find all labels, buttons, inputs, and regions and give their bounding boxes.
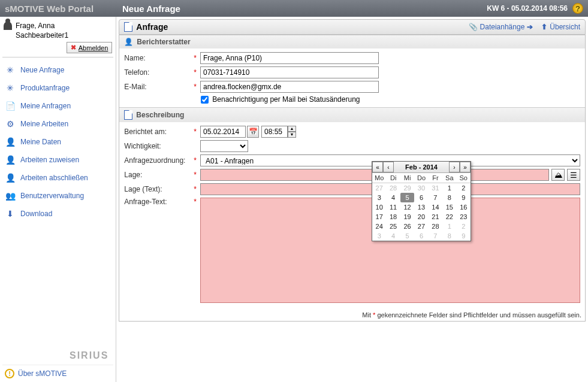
description-section-header: Beschreibung: [119, 108, 585, 122]
arrow-up-icon: ⬆: [541, 23, 547, 31]
dp-day[interactable]: 2: [457, 222, 471, 231]
nav-label: Meine Arbeiten: [20, 120, 68, 128]
dp-next-year-button[interactable]: »: [460, 162, 471, 172]
info-icon: !: [5, 369, 14, 378]
nav-item-2[interactable]: 📄Meine Anfragen: [2, 97, 113, 115]
dp-day[interactable]: 18: [386, 212, 400, 222]
email-label: E-Mail:: [124, 83, 190, 91]
dp-day[interactable]: 5: [400, 231, 414, 241]
overview-link[interactable]: ⬆ Übersicht: [541, 23, 580, 31]
dp-day[interactable]: 11: [386, 202, 400, 212]
new-request-icon: ✳: [5, 65, 16, 75]
dp-prev-year-button[interactable]: «: [372, 162, 383, 172]
dp-day[interactable]: 1: [442, 183, 456, 193]
dp-day[interactable]: 6: [414, 231, 428, 241]
dp-day[interactable]: 17: [372, 212, 386, 222]
name-input[interactable]: [200, 52, 379, 64]
sidebar: Frage, Anna Sachbearbeiter1 ✖ Abmelden ✳…: [0, 17, 116, 382]
dp-day[interactable]: 6: [414, 193, 428, 202]
dp-day[interactable]: 31: [429, 183, 442, 193]
nav-item-5[interactable]: 👤Arbeiten zuweisen: [2, 151, 113, 169]
dp-day[interactable]: 8: [442, 193, 456, 202]
required-marker: *: [194, 83, 197, 91]
dp-day[interactable]: 15: [442, 202, 456, 212]
dp-day[interactable]: 28: [386, 183, 400, 193]
assign-work-icon: 👤: [5, 154, 16, 165]
dp-day[interactable]: 16: [457, 202, 471, 212]
dp-day[interactable]: 2: [457, 183, 471, 193]
dp-day[interactable]: 4: [386, 231, 400, 241]
dp-day[interactable]: 29: [400, 183, 414, 193]
required-marker: *: [194, 185, 197, 193]
dp-day[interactable]: 8: [442, 231, 456, 241]
nav-label: Benutzerverwaltung: [20, 192, 84, 200]
importance-select[interactable]: [200, 140, 248, 152]
panel-title: Anfrage: [136, 22, 168, 32]
lage-list-button[interactable]: ☰: [567, 169, 580, 181]
dp-day[interactable]: 13: [414, 202, 428, 212]
dp-day[interactable]: 7: [429, 231, 442, 241]
dp-day[interactable]: 9: [457, 193, 471, 202]
nav-item-7[interactable]: 👥Benutzerverwaltung: [2, 187, 113, 205]
attachments-link[interactable]: 📎 Dateianhänge ➔: [469, 23, 533, 31]
time-down-button[interactable]: ▼: [288, 132, 296, 138]
dp-day[interactable]: 26: [400, 222, 414, 231]
dp-day[interactable]: 30: [414, 183, 428, 193]
dp-day[interactable]: 28: [429, 222, 442, 231]
arrow-right-icon: ➔: [527, 23, 533, 31]
phone-input[interactable]: [200, 66, 379, 78]
dp-day[interactable]: 12: [400, 202, 414, 212]
nav-label: Arbeiten abschließen: [20, 174, 88, 182]
dp-day[interactable]: 21: [429, 212, 442, 222]
nav-item-6[interactable]: 👤Arbeiten abschließen: [2, 169, 113, 187]
close-icon: ✖: [71, 44, 76, 51]
email-input[interactable]: [200, 81, 379, 93]
panel-header: Anfrage 📎 Dateianhänge ➔ ⬆ Übersicht: [119, 19, 586, 35]
my-data-icon: 👤: [5, 137, 16, 147]
dp-day[interactable]: 1: [442, 222, 456, 231]
dp-day[interactable]: 9: [457, 231, 471, 241]
dp-day[interactable]: 14: [429, 202, 442, 212]
nav-item-0[interactable]: ✳Neue Anfrage: [2, 61, 113, 79]
dp-day[interactable]: 3: [372, 193, 386, 202]
calendar-button[interactable]: 📅: [247, 126, 259, 138]
about-link[interactable]: ! Über sMOTIVE: [2, 365, 113, 382]
reported-date-input[interactable]: [200, 126, 246, 138]
dp-day[interactable]: 3: [372, 231, 386, 241]
dp-day[interactable]: 25: [386, 222, 400, 231]
nav-item-8[interactable]: ⬇Download: [2, 205, 113, 223]
dp-day[interactable]: 20: [414, 212, 428, 222]
reported-time-input[interactable]: [261, 126, 288, 138]
dp-day[interactable]: 10: [372, 202, 386, 212]
dp-day[interactable]: 4: [386, 193, 400, 202]
main-content: Anfrage 📎 Dateianhänge ➔ ⬆ Übersicht 👤 B…: [116, 17, 588, 382]
page-title: Neue Anfrage: [122, 4, 487, 14]
dp-day[interactable]: 24: [372, 222, 386, 231]
dp-day[interactable]: 19: [400, 212, 414, 222]
dp-next-month-button[interactable]: ›: [449, 162, 460, 172]
dp-day[interactable]: 7: [429, 193, 442, 202]
dp-dow: Do: [414, 173, 428, 183]
dp-prev-month-button[interactable]: ‹: [383, 162, 394, 172]
dp-day[interactable]: 27: [372, 183, 386, 193]
required-marker: *: [194, 171, 197, 179]
user-name: Frage, Anna: [16, 22, 55, 30]
user-info: Frage, Anna Sachbearbeiter1 ✖ Abmelden: [2, 19, 113, 57]
dp-day[interactable]: 22: [442, 212, 456, 222]
lage-map-button[interactable]: ⛰: [551, 169, 565, 181]
nav-item-1[interactable]: ✳Produktanfrage: [2, 79, 113, 97]
logout-button[interactable]: ✖ Abmelden: [67, 42, 113, 53]
help-icon[interactable]: ?: [572, 3, 583, 14]
nav-label: Arbeiten zuweisen: [20, 156, 79, 164]
notify-checkbox[interactable]: [201, 96, 209, 104]
phone-label: Telefon:: [124, 68, 190, 77]
name-label: Name:: [124, 54, 190, 62]
time-up-button[interactable]: ▲: [288, 126, 296, 132]
required-hint: Mit * gekennzeichnete Felder sind Pflich…: [119, 309, 585, 321]
nav-item-3[interactable]: ⚙Meine Arbeiten: [2, 115, 113, 133]
dp-day[interactable]: 27: [414, 222, 428, 231]
dp-day[interactable]: 5: [400, 193, 414, 202]
dp-day[interactable]: 23: [457, 212, 471, 222]
nav-item-4[interactable]: 👤Meine Daten: [2, 133, 113, 151]
assignment-label: Anfragezuordnung:: [124, 156, 190, 165]
